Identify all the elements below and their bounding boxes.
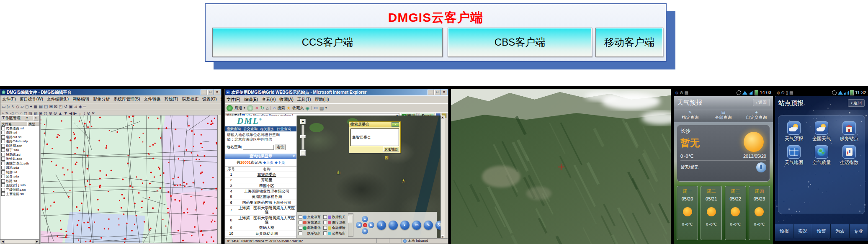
locate-button[interactable]: 定位 (275, 144, 286, 150)
print-icon[interactable]: ▤ (319, 105, 324, 111)
result-row[interactable]: 10 百灵鸟幼儿园 (225, 231, 296, 236)
layer-checkbox[interactable] (1, 131, 5, 134)
query-input[interactable] (243, 145, 274, 150)
gis-tool-icon[interactable]: ⊞ (49, 104, 52, 109)
map-v-scrollbar[interactable] (217, 115, 221, 244)
zoom-track[interactable] (301, 125, 304, 150)
poi-category[interactable]: 公共场所 (323, 231, 345, 236)
gis-tool-icon[interactable]: ▱ (21, 104, 24, 109)
map-zoom-control[interactable]: + − (300, 119, 306, 156)
poi-category[interactable]: 邮政电信 (299, 225, 321, 231)
result-name[interactable]: 翠园小区 (237, 183, 296, 188)
zoom-out-icon[interactable]: − (389, 221, 398, 230)
sidebar-tab[interactable]: 公交查询 (242, 126, 259, 131)
layer-row[interactable]: 铁路.sd (0, 179, 39, 183)
layer-checkbox[interactable] (1, 192, 5, 196)
browser-menu-item[interactable]: 工具(T) (297, 97, 311, 103)
layer-row[interactable]: 区县.sda (0, 175, 39, 179)
query-button[interactable]: ✎ 指定查询 (674, 109, 707, 122)
result-name[interactable]: 百灵鸟幼儿园 (237, 231, 296, 236)
maximize-button[interactable]: □ (207, 90, 214, 95)
category-checkbox[interactable] (323, 215, 327, 219)
gis-tool-icon[interactable]: + (30, 104, 32, 109)
popup-send-button[interactable]: 发送地图 (383, 146, 399, 152)
layer-row[interactable]: 绿地.sda (0, 166, 39, 170)
gis-tool-icon[interactable]: ◇ (16, 104, 20, 109)
forecast-card[interactable]: 周二 05/21 0~0℃ (701, 186, 722, 240)
query-button[interactable]: ▤ 全部查询 (707, 109, 740, 122)
pan-up-icon[interactable]: ▲ (362, 216, 368, 222)
layer-checkbox[interactable] (1, 153, 5, 157)
collapse-icon[interactable]: ▾ (293, 154, 295, 159)
back-label[interactable]: 后退 (234, 105, 242, 111)
browser-menu-item[interactable]: 收藏(A) (279, 97, 293, 103)
zoom-thumb[interactable] (300, 135, 306, 138)
result-row[interactable]: 8 上海第二医科大学附属第九人民医院 (225, 215, 296, 225)
bottom-tab[interactable]: 为农 (831, 224, 849, 238)
category-checkbox[interactable] (299, 226, 302, 230)
gis-tool-icon[interactable]: ▦ (33, 104, 37, 109)
category-checkbox[interactable] (299, 221, 302, 224)
forecast-card[interactable]: 周四 05/23 0~0℃ (749, 186, 770, 240)
result-name[interactable]: 齐明里 (237, 177, 296, 183)
result-name[interactable]: 数码大楼 (237, 225, 296, 231)
category-checkbox[interactable] (299, 215, 302, 219)
result-name[interactable]: 上海第二医科大学附属第九人民医院 (237, 215, 296, 225)
panel-close-icon[interactable]: × (33, 116, 38, 121)
map-slider[interactable] (348, 213, 353, 237)
gis-tool-icon[interactable]: ◫ (44, 104, 48, 109)
close-button[interactable]: × (214, 90, 220, 95)
feature-tile[interactable]: 空气质量 (808, 145, 835, 166)
browser-title-bar[interactable]: e 欢迎使用DMGIS的Grid WEBGIS示范站点 - Microsoft … (225, 89, 448, 95)
popup-close-button[interactable]: ▾ (392, 122, 399, 127)
layer-row[interactable]: 地铁站.sdo (0, 157, 39, 162)
layer-row[interactable]: 道路Cdata.sdp (0, 139, 39, 144)
gis-title-bar[interactable]: DMGIS编辑文件 - DMGIS编辑平台 _ □ × (0, 89, 221, 95)
layer-row[interactable]: 道路.sd (0, 131, 39, 135)
feature-tile[interactable]: 天气预报 (780, 121, 808, 142)
gis-tool-icon[interactable]: ⊠ (54, 104, 57, 109)
gis-menu-item[interactable]: 其他(T) (164, 96, 178, 102)
bottom-tab[interactable]: 预警 (812, 224, 831, 238)
result-row[interactable]: 7 上海第二医科大学附属第九人民医院 (225, 205, 296, 215)
result-name[interactable]: 国药集团医药控股上海分公司 (237, 200, 296, 205)
gis-tool-icon[interactable]: ↺ (64, 104, 67, 109)
mail-icon[interactable]: ✉ (314, 105, 317, 111)
category-checkbox[interactable] (299, 231, 302, 235)
layer-row[interactable]: 主要道路.sd (0, 192, 39, 197)
layer-checkbox[interactable] (1, 126, 5, 130)
browser-menu-item[interactable]: 编辑(E) (244, 97, 258, 103)
poi-category[interactable]: 政府机关 (323, 214, 345, 220)
layer-checkbox[interactable] (1, 175, 5, 178)
layer-row[interactable]: 次要道路.sd (0, 126, 39, 131)
panel-h-scrollbar[interactable]: ◀▶ (0, 239, 39, 244)
page-v-scrollbar[interactable]: ▲ ▼ (440, 116, 445, 239)
result-row[interactable]: 1 鑫智居委会 (225, 172, 296, 177)
refresh-icon[interactable]: ↻ (260, 105, 264, 111)
home-icon[interactable]: ⌂ (266, 105, 269, 111)
gis-menu-item[interactable]: 文件转换 (144, 96, 160, 102)
sidebar-tab[interactable]: 行业查询 (276, 126, 292, 131)
pan-right-icon[interactable]: ▶ (368, 222, 374, 228)
back-button[interactable]: ‹返回 (753, 99, 770, 106)
maximize-button[interactable]: □ (434, 90, 440, 95)
measure-icon[interactable]: ✎ (424, 221, 433, 230)
browser-menu-item[interactable]: 文件(F) (227, 97, 240, 103)
gis-tool-icon[interactable]: ↖ (11, 104, 15, 109)
poi-category[interactable]: 娱乐场所 (299, 231, 321, 236)
layer-checkbox[interactable] (1, 170, 5, 174)
layer-checkbox[interactable] (1, 166, 5, 170)
next-page-link[interactable]: ◆下页 (275, 160, 285, 164)
poi-category[interactable]: 文化教育 (299, 214, 321, 220)
gis-tool-icon[interactable]: ⊿ (74, 104, 77, 109)
layer-row[interactable]: 医院管门.sdb (0, 183, 39, 188)
layer-checkbox[interactable] (1, 148, 5, 152)
zoom-out-button[interactable]: − (300, 150, 306, 156)
result-row[interactable]: 9 数码大楼 (225, 225, 296, 231)
result-row[interactable]: 2 齐明里 (225, 177, 296, 183)
layer-checkbox[interactable] (1, 162, 5, 165)
gis-tool-icon[interactable]: ▣ (69, 104, 72, 109)
feature-tile[interactable]: 生活指数 (835, 145, 863, 166)
zoom-in-button[interactable]: + (300, 119, 306, 124)
layer-checkbox[interactable] (1, 144, 5, 148)
